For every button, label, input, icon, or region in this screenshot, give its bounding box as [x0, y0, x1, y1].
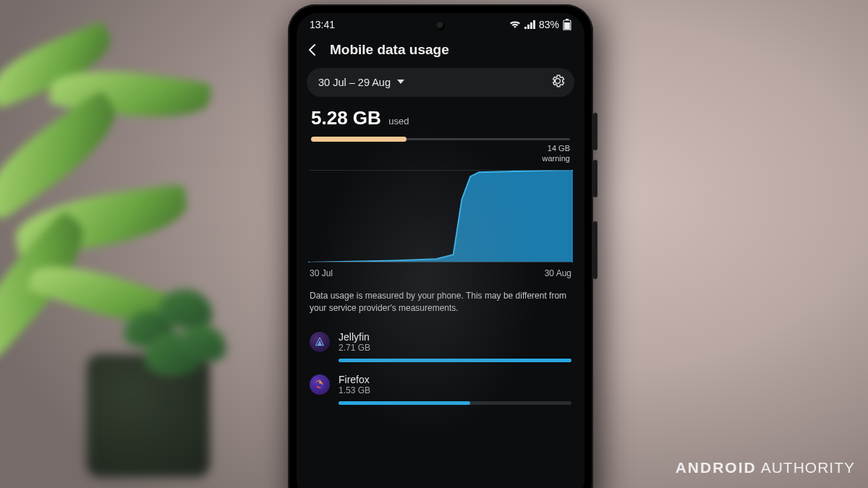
chart-axis-labels: 30 Jul 30 Aug: [310, 268, 571, 278]
app-name: Jellyfin: [339, 331, 370, 343]
usage-chart-svg: [308, 170, 573, 262]
signal-icon: [524, 20, 535, 29]
usage-amount: 5.28 GB: [311, 107, 381, 129]
wifi-icon: [509, 20, 521, 29]
usage-progress-fill: [311, 137, 407, 142]
status-time: 13:41: [310, 19, 335, 30]
phone-side-button: [593, 113, 597, 150]
phone-screen: 13:41 83% Mobile data usage: [297, 13, 584, 488]
usage-chart: 30 Jul 30 Aug: [308, 170, 573, 280]
app-usage-bar: [339, 359, 571, 362]
app-usage-bar: [339, 401, 571, 405]
phone-frame: 13:41 83% Mobile data usage: [288, 4, 593, 488]
watermark: ANDROIDAUTHORITY: [676, 459, 855, 476]
usage-summary: 5.28 GB used 14 GB warning: [297, 106, 584, 164]
gear-icon: [550, 79, 566, 91]
period-selector[interactable]: 30 Jul – 29 Aug: [318, 77, 405, 88]
usage-warning-amount: 14 GB: [542, 144, 570, 154]
watermark-suffix: AUTHORITY: [761, 459, 855, 476]
background-plant: [0, 43, 275, 488]
phone-side-button: [593, 221, 597, 279]
status-battery-text: 83%: [539, 19, 559, 30]
app-usage-item[interactable]: Firefox 1.53 GB: [307, 368, 574, 405]
firefox-icon: [310, 374, 330, 395]
chart-x-end: 30 Aug: [545, 268, 571, 278]
screen-header: Mobile data usage: [297, 36, 584, 67]
disclaimer-text: Data usage is measured by your phone. Th…: [297, 287, 584, 325]
phone-side-button: [593, 160, 597, 197]
app-usage-bar-fill: [339, 359, 571, 362]
usage-warning-label: warning: [542, 154, 570, 164]
svg-rect-2: [564, 22, 570, 30]
settings-button[interactable]: [550, 73, 566, 92]
front-camera: [436, 22, 445, 30]
app-usage-bar-fill: [339, 401, 470, 405]
usage-progress: 14 GB warning: [311, 137, 570, 160]
usage-warning: 14 GB warning: [542, 144, 570, 164]
app-usage-item[interactable]: Jellyfin 2.71 GB: [307, 325, 574, 362]
back-icon[interactable]: [305, 43, 320, 57]
watermark-brand: ANDROID: [676, 459, 757, 476]
chart-axis: [310, 262, 571, 262]
chart-x-start: 30 Jul: [310, 268, 333, 278]
jellyfin-icon: [310, 332, 330, 352]
page-title: Mobile data usage: [330, 42, 449, 58]
chart-gridline: [310, 170, 571, 171]
usage-used-label: used: [388, 116, 409, 127]
app-amount: 1.53 GB: [339, 385, 370, 395]
period-range-label: 30 Jul – 29 Aug: [318, 77, 391, 88]
app-amount: 2.71 GB: [339, 343, 370, 353]
app-name: Firefox: [339, 374, 370, 385]
battery-icon: [563, 19, 571, 30]
app-usage-list: Jellyfin 2.71 GB Firefox 1.53 GB: [297, 325, 584, 405]
period-row: 30 Jul – 29 Aug: [307, 68, 574, 97]
chevron-down-icon: [396, 77, 405, 88]
